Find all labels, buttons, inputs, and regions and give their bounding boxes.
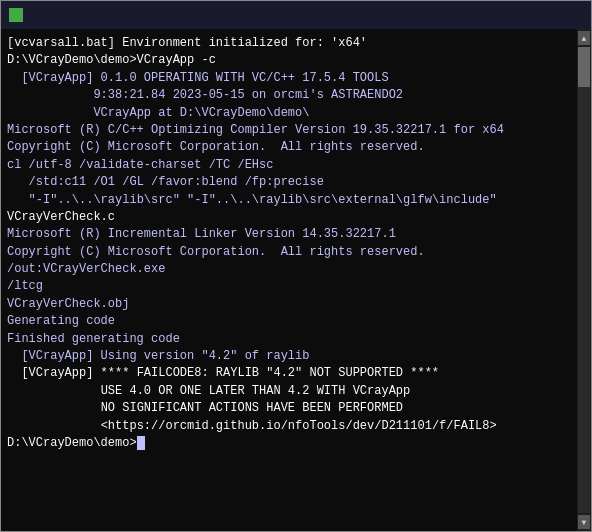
terminal-line: [VCrayApp] 0.1.0 OPERATING WITH VC/C++ 1…: [7, 70, 571, 87]
terminal-line: [VCrayApp] **** FAILCODE8: RAYLIB "4.2" …: [7, 365, 571, 382]
terminal-line: /out:VCrayVerCheck.exe: [7, 261, 571, 278]
cmd-window: [vcvarsall.bat] Environment initialized …: [0, 0, 592, 532]
terminal-cursor: [137, 436, 145, 450]
terminal-line: Copyright (C) Microsoft Corporation. All…: [7, 139, 571, 156]
minimize-button[interactable]: [513, 6, 535, 24]
title-bar-buttons: [513, 6, 583, 24]
terminal-line: cl /utf-8 /validate-charset /TC /EHsc: [7, 157, 571, 174]
scroll-down-button[interactable]: ▼: [578, 515, 590, 529]
maximize-button[interactable]: [537, 6, 559, 24]
terminal-line: [VCrayApp] Using version "4.2" of raylib: [7, 348, 571, 365]
terminal-line: <https://orcmid.github.io/nfoTools/dev/D…: [7, 418, 571, 435]
terminal-line: Copyright (C) Microsoft Corporation. All…: [7, 244, 571, 261]
content-area: [vcvarsall.bat] Environment initialized …: [1, 29, 591, 531]
title-bar-left: [9, 8, 29, 22]
terminal-line: VCrayApp at D:\VCrayDemo\demo\: [7, 105, 571, 122]
terminal-line: Microsoft (R) Incremental Linker Version…: [7, 226, 571, 243]
terminal-line: D:\VCrayDemo\demo>VCrayApp -c: [7, 52, 571, 69]
scroll-thumb[interactable]: [578, 47, 590, 87]
scroll-up-button[interactable]: ▲: [578, 31, 590, 45]
terminal-line: /std:c11 /O1 /GL /favor:blend /fp:precis…: [7, 174, 571, 191]
window-icon: [9, 8, 23, 22]
terminal-line: [vcvarsall.bat] Environment initialized …: [7, 35, 571, 52]
close-button[interactable]: [561, 6, 583, 24]
terminal-line: NO SIGNIFICANT ACTIONS HAVE BEEN PERFORM…: [7, 400, 571, 417]
scroll-track[interactable]: [578, 47, 590, 513]
terminal-line: VCrayVerCheck.c: [7, 209, 571, 226]
terminal-line: Generating code: [7, 313, 571, 330]
terminal-line: /ltcg: [7, 278, 571, 295]
terminal-line: Finished generating code: [7, 331, 571, 348]
terminal-output[interactable]: [vcvarsall.bat] Environment initialized …: [1, 29, 577, 531]
title-bar: [1, 1, 591, 29]
terminal-line: USE 4.0 OR ONE LATER THAN 4.2 WITH VCray…: [7, 383, 571, 400]
terminal-line: "-I"..\..\raylib\src" "-I"..\..\raylib\s…: [7, 192, 571, 209]
terminal-line: 9:38:21.84 2023-05-15 on orcmi's ASTRAEN…: [7, 87, 571, 104]
scrollbar[interactable]: ▲ ▼: [577, 29, 591, 531]
terminal-line: D:\VCrayDemo\demo>: [7, 435, 571, 452]
terminal-line: VCrayVerCheck.obj: [7, 296, 571, 313]
terminal-line: Microsoft (R) C/C++ Optimizing Compiler …: [7, 122, 571, 139]
